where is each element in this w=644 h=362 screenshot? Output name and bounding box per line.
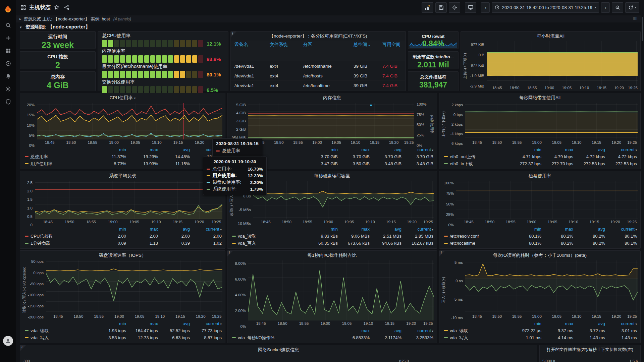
table-row[interactable]: /dev/vda1ext4/etc/hosts39 GiB7.4 GiB80.1… [231,71,405,81]
legend-column-header[interactable]: avg [573,321,605,326]
time-forward-button[interactable]: › [601,2,610,13]
graph-panel-network-sockets[interactable]: i 网络Socket连接信息 300 825.0 [20,345,537,362]
panel-title[interactable]: 网络Socket连接信息 [20,345,537,354]
legend-column-header[interactable]: avg [370,227,401,232]
legend-column-header[interactable]: avg [370,147,401,152]
legend-series-toggle[interactable]: vda_读取 [232,233,306,239]
legend-column-header[interactable]: current ▾ [401,227,433,232]
legend-column-header[interactable]: current ▾ [605,321,637,326]
time-back-button[interactable]: ‹ [481,2,490,13]
plot-area[interactable] [253,181,434,219]
legend-column-header[interactable]: avg [158,321,190,326]
legend-column-header[interactable]: current ▾ [401,328,433,333]
search-icon[interactable] [0,19,16,32]
admin-shield-icon[interactable] [0,95,16,108]
row-drag-handle[interactable]: ⠿⠿ [633,17,637,21]
plot-area[interactable] [465,260,638,313]
create-plus-icon[interactable] [0,32,16,44]
favorite-star-icon[interactable] [54,5,59,10]
legend-column-header[interactable]: current ▾ [401,147,433,152]
table-row[interactable]: /dev/vda1ext4/etc/hostname39 GiB7.4 GiB8… [231,61,405,71]
grafana-logo-icon[interactable] [0,0,16,19]
legend-column-header[interactable]: max [126,227,158,232]
legend-column-header[interactable]: max [541,227,573,232]
refresh-interval-caret[interactable]: ▾ [635,6,636,9]
row-overview-collapsed[interactable]: ▸ 资源总览 主机: 【node-exporter】 实例: host (4 p… [16,15,641,22]
legend-column-header[interactable]: max [541,147,573,152]
time-range-picker[interactable]: 2020-08-31 18:42:00 to 2020-08-31 19:25:… [492,2,599,13]
scrollbar-thumb[interactable] [642,17,643,41]
info-icon[interactable]: i [232,32,233,35]
legend-column-header[interactable]: max [338,147,370,152]
legend-column-header[interactable]: avg [158,227,190,232]
refresh-button[interactable]: ▾ [625,2,639,13]
gauge-panel-usage-overview[interactable]: 总CPU使用率12.1%内存使用率93.9%最大分区(/etc/hostname… [98,31,228,91]
graph-panel-network-bandwidth[interactable]: 每秒网络带宽使用All 上传(-) / 下载(+) 2 kbps0 bps-2 … [439,93,641,169]
save-dashboard-button[interactable] [435,2,447,13]
share-icon[interactable] [64,5,69,10]
legend-column-header[interactable]: min [509,147,541,152]
row-detail-header[interactable]: ▾ 资源明细: 【node-exporter】 [20,24,90,30]
plot-area[interactable] [456,181,638,219]
configuration-gear-icon[interactable] [0,82,16,95]
legend-column-header[interactable]: current ▾ [605,147,637,152]
panel-title[interactable]: 每次IO读写的耗时（参考：小于100ms）(beta) [439,251,640,260]
stat-panel-file-descriptors[interactable]: 总文件描述符 381,947 [408,71,459,91]
legend-series-toggle[interactable]: /etc/localtime [444,241,509,246]
explore-compass-icon[interactable] [0,57,16,70]
tv-mode-button[interactable] [465,2,476,13]
legend-column-header[interactable]: current ▾ [190,321,222,326]
legend-series-toggle[interactable]: vda_读取 [25,328,94,334]
legend-series-toggle[interactable]: eth0_out上传 [444,154,509,160]
panel-title[interactable]: 磁盘读写速率（IOPS） [20,251,225,260]
panel-title[interactable]: 系统平均负载 [20,171,225,180]
legend-series-toggle[interactable]: vda_写入 [444,335,509,341]
table-column-header[interactable]: 文件系统 [270,42,303,60]
plot-area[interactable] [248,103,414,139]
legend-column-header[interactable]: avg [370,328,401,333]
table-column-header[interactable]: 设备名 [234,42,270,60]
legend-column-header[interactable]: avg [573,227,605,232]
legend-series-toggle[interactable]: vda_写入 [25,335,94,341]
dashboard-title[interactable]: 主机状态 [29,4,51,11]
panel-title[interactable]: CPU使用率▾ [20,93,225,102]
graph-panel-io-latency[interactable]: i 每次IO读写的耗时（参考：小于100ms）(beta) 写入(-) / 读取… [439,250,641,343]
legend-series-toggle[interactable]: eth0_in下载 [444,161,509,167]
legend-column-header[interactable]: min [306,227,338,232]
panel-title[interactable]: 磁盘使用率 [439,171,640,180]
table-panel-partitions[interactable]: i 【node-exporter】：各分区可用空间(EXT.*/XFS) 设备名… [230,31,406,91]
plot-area[interactable] [487,41,638,85]
graph-panel-file-descriptors-context-switches[interactable]: 打开的文件描述符(左)/每秒上下文切换次数(右) 5.000 K 1.5 K [539,345,641,362]
graph-panel-hourly-traffic[interactable]: 每小时流量All 上传(-) / 下载(+) 977 KiB0 B-977 Ki… [461,31,641,91]
stat-panel-cpu-iowait[interactable]: CPU iowait 0.84% [408,31,459,49]
info-icon[interactable]: i [441,251,442,254]
legend-series-toggle[interactable]: vda_每秒I/O操作% [232,335,338,341]
table-row[interactable]: /dev/vda1ext4/etc/localtime39 GiB7.4 GiB… [231,81,405,90]
panel-title[interactable]: 内存信息 [227,93,437,102]
stat-panel-uptime[interactable]: 运行时间 23 week [20,31,96,49]
table-column-header[interactable]: 可用空间 [382,42,405,60]
plot-area[interactable] [37,103,222,139]
graph-panel-cpu-usage[interactable]: CPU使用率▾ 20%15%10%5%0% 18:4518:5018:5519:… [20,93,225,169]
graph-panel-system-load[interactable]: 系统平均负载 2.52.01.51.00.50 18:4518:5018:551… [20,171,225,249]
plot-area[interactable] [248,260,434,320]
legend-column-header[interactable]: max [126,147,158,152]
legend-column-header[interactable]: min [94,227,126,232]
info-icon[interactable]: i [21,345,22,349]
panel-title[interactable]: 【node-exporter】：各分区可用空间(EXT.*/XFS) [231,32,406,41]
legend-column-header[interactable]: max [126,321,158,326]
dashboard-settings-button[interactable] [449,2,460,13]
dashboards-grid-icon[interactable] [0,44,16,57]
stat-panel-total-memory[interactable]: 总内存 4 GiB [20,71,96,91]
legend-column-header[interactable]: max [338,227,370,232]
legend-column-header[interactable]: min [94,321,126,326]
legend-series-toggle[interactable]: 用户使用率 [25,161,94,167]
legend-series-toggle[interactable]: 1分钟负载 [25,240,94,246]
legend-column-header[interactable]: min [509,321,541,326]
legend-column-header[interactable]: avg [158,147,190,152]
legend-series-toggle[interactable]: vda_读取 [444,328,509,334]
panel-title[interactable]: 每小时流量All [461,32,640,41]
graph-panel-disk-iops[interactable]: 磁盘读写速率（IOPS） 读取(-) / 写入(+) I/O ops/sec 5… [20,250,225,343]
add-panel-button[interactable] [422,2,433,13]
plot-area[interactable] [465,103,638,139]
